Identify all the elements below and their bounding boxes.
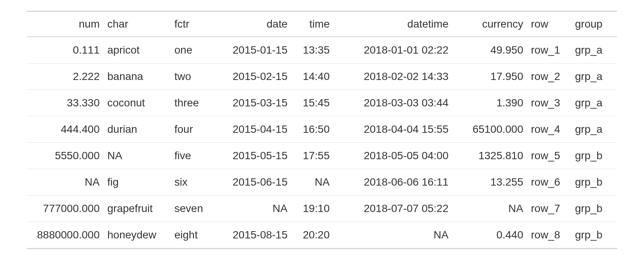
cell-datetime: 2018-01-01 02:22: [334, 37, 452, 64]
table-body: 0.111apricotone2015-01-1513:352018-01-01…: [27, 37, 617, 249]
col-header-time: time: [291, 11, 334, 37]
cell-currency: 13.255: [452, 169, 527, 196]
cell-group: grp_a: [571, 64, 617, 90]
cell-row: row_3: [527, 90, 571, 116]
cell-char: apricot: [104, 37, 171, 64]
col-header-date: date: [211, 11, 291, 37]
table-row: 0.111apricotone2015-01-1513:352018-01-01…: [27, 37, 617, 64]
cell-group: grp_b: [571, 143, 617, 169]
cell-currency: 1.390: [452, 90, 527, 116]
cell-fctr: four: [171, 116, 211, 143]
table-row: 33.330coconutthree2015-03-1515:452018-03…: [27, 90, 617, 116]
col-header-num: num: [27, 11, 104, 37]
table-row: 5550.000NAfive2015-05-1517:552018-05-05 …: [27, 143, 617, 169]
cell-char: grapefruit: [104, 196, 171, 222]
cell-group: grp_a: [571, 90, 617, 116]
cell-datetime: 2018-07-07 05:22: [334, 196, 452, 222]
cell-row: row_7: [527, 196, 571, 222]
table-container: num char fctr date time datetime currenc…: [0, 0, 644, 249]
cell-date: 2015-02-15: [211, 64, 291, 90]
cell-date: 2015-08-15: [211, 222, 291, 249]
cell-num: 444.400: [27, 116, 104, 143]
cell-time: 16:50: [291, 116, 334, 143]
cell-num: 777000.000: [27, 196, 104, 222]
cell-num: 8880000.000: [27, 222, 104, 249]
cell-time: NA: [291, 169, 334, 196]
cell-fctr: eight: [171, 222, 211, 249]
cell-time: 14:40: [291, 64, 334, 90]
cell-row: row_5: [527, 143, 571, 169]
cell-date: NA: [211, 196, 291, 222]
data-table: num char fctr date time datetime currenc…: [27, 11, 617, 249]
cell-num: 5550.000: [27, 143, 104, 169]
cell-datetime: 2018-02-02 14:33: [334, 64, 452, 90]
cell-group: grp_a: [571, 116, 617, 143]
cell-datetime: 2018-05-05 04:00: [334, 143, 452, 169]
cell-num: 33.330: [27, 90, 104, 116]
cell-group: grp_b: [571, 169, 617, 196]
col-header-group: group: [571, 11, 617, 37]
cell-datetime: 2018-06-06 16:11: [334, 169, 452, 196]
cell-time: 13:35: [291, 37, 334, 64]
col-header-datetime: datetime: [334, 11, 452, 37]
cell-datetime: NA: [334, 222, 452, 249]
table-row: NAfigsix2015-06-15NA2018-06-06 16:1113.2…: [27, 169, 617, 196]
cell-date: 2015-01-15: [211, 37, 291, 64]
table-header-row: num char fctr date time datetime currenc…: [27, 11, 617, 37]
cell-char: fig: [104, 169, 171, 196]
cell-num: 2.222: [27, 64, 104, 90]
cell-fctr: two: [171, 64, 211, 90]
cell-group: grp_a: [571, 37, 617, 64]
cell-fctr: five: [171, 143, 211, 169]
col-header-char: char: [104, 11, 171, 37]
cell-char: NA: [104, 143, 171, 169]
table-row: 2.222bananatwo2015-02-1514:402018-02-02 …: [27, 64, 617, 90]
cell-currency: 49.950: [452, 37, 527, 64]
cell-currency: 65100.000: [452, 116, 527, 143]
cell-fctr: seven: [171, 196, 211, 222]
cell-currency: 17.950: [452, 64, 527, 90]
cell-date: 2015-04-15: [211, 116, 291, 143]
table-row: 777000.000grapefruitsevenNA19:102018-07-…: [27, 196, 617, 222]
col-header-fctr: fctr: [171, 11, 211, 37]
cell-group: grp_b: [571, 196, 617, 222]
cell-num: 0.111: [27, 37, 104, 64]
cell-char: durian: [104, 116, 171, 143]
cell-row: row_8: [527, 222, 571, 249]
col-header-currency: currency: [452, 11, 527, 37]
cell-fctr: three: [171, 90, 211, 116]
cell-time: 15:45: [291, 90, 334, 116]
cell-date: 2015-03-15: [211, 90, 291, 116]
cell-char: banana: [104, 64, 171, 90]
cell-date: 2015-05-15: [211, 143, 291, 169]
cell-datetime: 2018-04-04 15:55: [334, 116, 452, 143]
table-row: 8880000.000honeydeweight2015-08-1520:20N…: [27, 222, 617, 249]
cell-currency: NA: [452, 196, 527, 222]
cell-row: row_6: [527, 169, 571, 196]
cell-currency: 0.440: [452, 222, 527, 249]
cell-time: 20:20: [291, 222, 334, 249]
cell-num: NA: [27, 169, 104, 196]
cell-fctr: one: [171, 37, 211, 64]
col-header-row: row: [527, 11, 571, 37]
cell-currency: 1325.810: [452, 143, 527, 169]
cell-group: grp_b: [571, 222, 617, 249]
table-row: 444.400durianfour2015-04-1516:502018-04-…: [27, 116, 617, 143]
cell-row: row_2: [527, 64, 571, 90]
cell-date: 2015-06-15: [211, 169, 291, 196]
cell-fctr: six: [171, 169, 211, 196]
cell-time: 19:10: [291, 196, 334, 222]
cell-time: 17:55: [291, 143, 334, 169]
cell-row: row_1: [527, 37, 571, 64]
cell-datetime: 2018-03-03 03:44: [334, 90, 452, 116]
cell-char: honeydew: [104, 222, 171, 249]
cell-char: coconut: [104, 90, 171, 116]
cell-row: row_4: [527, 116, 571, 143]
